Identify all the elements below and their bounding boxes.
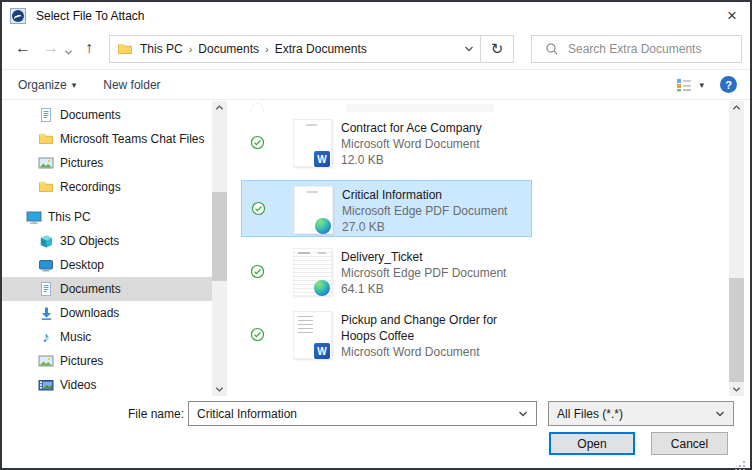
refresh-icon: ↻ — [491, 40, 504, 58]
sync-status-icon — [250, 327, 265, 342]
file-item-text: Delivery_TicketMicrosoft Edge PDF Docume… — [341, 249, 529, 297]
address-chevron-icon[interactable] — [464, 44, 474, 54]
sidebar-item-documents[interactable]: Documents — [2, 103, 212, 127]
file-type: Microsoft Word Document — [341, 344, 529, 360]
navigation-bar: ← → ↑ This PC›Documents›Extra Documents … — [2, 30, 750, 68]
sidebar-item-pictures[interactable]: Pictures — [2, 151, 212, 175]
breadcrumb-item[interactable]: This PC — [137, 42, 186, 56]
organize-button[interactable]: Organize ▾ — [18, 78, 76, 92]
refresh-button[interactable]: ↻ — [480, 35, 514, 63]
file-name-dropdown-icon[interactable] — [518, 409, 528, 419]
file-item[interactable]: WContract for Ace CompanyMicrosoft Word … — [241, 114, 532, 171]
music-icon: ♪ — [38, 329, 54, 345]
resize-grip[interactable] — [743, 461, 745, 463]
folder-icon — [117, 41, 133, 57]
sidebar-item-this-pc[interactable]: This PC — [2, 205, 212, 229]
history-chevron-icon[interactable] — [64, 46, 73, 60]
sidebar-item-pictures[interactable]: Pictures — [2, 349, 212, 373]
cancel-button-label: Cancel — [671, 437, 708, 451]
file-name-input[interactable]: Critical Information — [188, 401, 537, 426]
computer-icon — [26, 209, 42, 225]
file-type-dropdown-icon[interactable] — [715, 409, 725, 419]
sidebar-item-videos[interactable]: Videos — [2, 373, 212, 396]
forward-icon: → — [43, 38, 59, 58]
breadcrumb-item[interactable]: Documents — [195, 42, 262, 56]
sidebar-item-label: Music — [60, 330, 91, 344]
file-dialog: Select File To Attach × ← → ↑ This PC›Do… — [0, 0, 752, 470]
sidebar-item-label: This PC — [48, 210, 91, 224]
sidebar-item-label: Downloads — [60, 306, 119, 320]
view-mode-icon[interactable] — [676, 78, 692, 92]
file-item-text: Contract for Ace CompanyMicrosoft Word D… — [341, 120, 529, 168]
sidebar-item-desktop[interactable]: Desktop — [2, 253, 212, 277]
video-icon — [38, 377, 54, 393]
back-icon[interactable]: ← — [15, 38, 31, 58]
file-type: Microsoft Edge PDF Document — [341, 265, 529, 281]
edge-icon — [315, 218, 331, 234]
breadcrumb-separator-icon[interactable]: › — [262, 43, 272, 55]
command-toolbar: Organize ▾ New folder ▾ ? — [2, 69, 750, 100]
sidebar-item-microsoft-teams-chat-files[interactable]: Microsoft Teams Chat Files — [2, 127, 212, 151]
address-bar[interactable]: This PC›Documents›Extra Documents — [109, 35, 481, 63]
view-mode-dropdown-icon[interactable]: ▾ — [699, 80, 704, 90]
help-icon: ? — [725, 79, 732, 91]
download-icon — [38, 305, 54, 321]
file-item-text: Pickup and Change Order for Hoops Coffee… — [341, 312, 529, 360]
sidebar-scrollbar-thumb[interactable] — [212, 192, 227, 281]
sidebar-item-label: Documents — [60, 282, 121, 296]
desktop-icon — [38, 257, 54, 273]
sidebar-item-label: Videos — [60, 378, 96, 392]
scroll-up-icon[interactable] — [732, 105, 741, 114]
document-icon — [38, 107, 54, 123]
file-item[interactable]: Delivery_TicketMicrosoft Edge PDF Docume… — [241, 243, 532, 300]
file-type-select[interactable]: All Files (*.*) — [548, 401, 734, 426]
sidebar-item-label: Documents — [60, 108, 121, 122]
cube-icon — [38, 233, 54, 249]
file-list-scrollbar[interactable] — [729, 101, 744, 396]
scroll-down-icon[interactable] — [732, 383, 741, 392]
sidebar-item-label: Pictures — [60, 156, 103, 170]
file-name-value: Critical Information — [197, 407, 297, 421]
sidebar-item-label: Microsoft Teams Chat Files — [60, 132, 205, 146]
sidebar-item-recordings[interactable]: Recordings — [2, 175, 212, 199]
cancel-button[interactable]: Cancel — [651, 432, 728, 455]
sync-status-icon — [250, 264, 265, 279]
sidebar-scrollbar[interactable] — [212, 101, 227, 396]
file-item[interactable]: Critical InformationMicrosoft Edge PDF D… — [241, 180, 532, 237]
sync-status-icon — [250, 135, 265, 150]
new-folder-label: New folder — [103, 78, 160, 92]
scroll-down-icon[interactable] — [215, 383, 224, 392]
file-item[interactable]: WPickup and Change Order for Hoops Coffe… — [241, 306, 532, 363]
close-icon[interactable]: × — [727, 5, 737, 27]
file-name: Contract for Ace Company — [341, 120, 529, 136]
folder-icon — [38, 179, 54, 195]
sidebar-item-3d-objects[interactable]: 3D Objects — [2, 229, 212, 253]
sidebar-item-music[interactable]: ♪Music — [2, 325, 212, 349]
new-folder-button[interactable]: New folder — [103, 78, 160, 92]
help-button[interactable]: ? — [720, 76, 737, 93]
up-icon[interactable]: ↑ — [85, 38, 93, 58]
file-list-scrollbar-thumb[interactable] — [729, 278, 744, 382]
organize-dropdown-icon: ▾ — [72, 80, 77, 90]
scroll-up-icon[interactable] — [215, 105, 224, 114]
edge-icon — [314, 280, 330, 296]
word-icon: W — [314, 343, 330, 359]
breadcrumb-item[interactable]: Extra Documents — [272, 42, 370, 56]
sidebar-item-downloads[interactable]: Downloads — [2, 301, 212, 325]
file-size: 27.0 KB — [342, 219, 530, 235]
open-button-label: Open — [577, 437, 606, 451]
file-item-text: Critical InformationMicrosoft Edge PDF D… — [342, 187, 530, 235]
sidebar-item-documents[interactable]: Documents — [2, 277, 212, 301]
file-name: Pickup and Change Order for Hoops Coffee — [341, 312, 529, 344]
sidebar-item-label: Desktop — [60, 258, 104, 272]
word-icon: W — [314, 151, 330, 167]
navigation-pane: DocumentsMicrosoft Teams Chat FilesPictu… — [2, 101, 212, 396]
file-size: 64.1 KB — [341, 281, 529, 297]
search-input[interactable]: Search Extra Documents — [531, 35, 742, 63]
file-type-value: All Files (*.*) — [557, 407, 623, 421]
breadcrumb-separator-icon[interactable]: › — [186, 43, 196, 55]
dialog-title: Select File To Attach — [36, 9, 145, 23]
open-button[interactable]: Open — [549, 432, 635, 455]
sidebar-item-label: Pictures — [60, 354, 103, 368]
sidebar-item-label: 3D Objects — [60, 234, 119, 248]
